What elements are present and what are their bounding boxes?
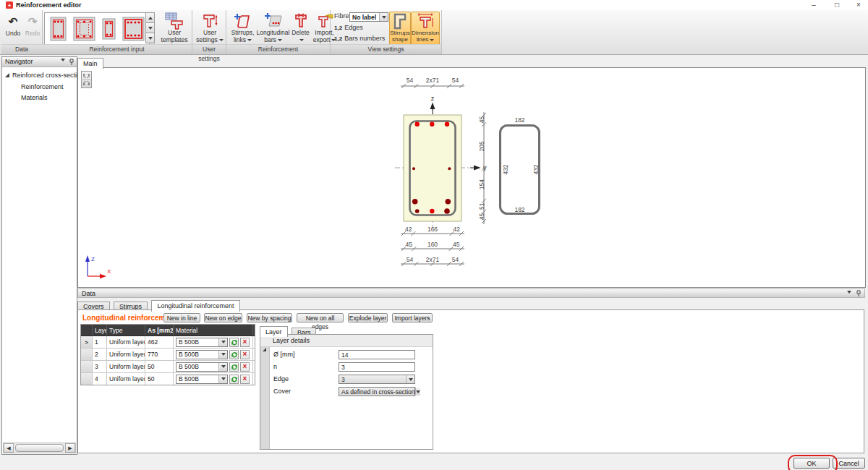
ribbon-group-reinforcement: Stirrups, links Longitudinal bars	[226, 10, 331, 54]
refresh-material-button[interactable]	[229, 362, 239, 372]
table-row[interactable]: 2 Uniform layer 770 B 500B	[81, 349, 255, 361]
navigator-panel: Navigator Reinforced cross-section Reinf…	[1, 56, 77, 455]
table-row[interactable]: 4 Uniform layer 50 B 500B	[81, 373, 255, 385]
cover-select[interactable]: As defined in cross-section	[339, 387, 415, 396]
stirrups-links-icon	[234, 12, 252, 30]
cancel-button[interactable]: Cancel	[833, 458, 865, 469]
template-gallery	[44, 12, 150, 46]
template-thumb-4[interactable]	[122, 16, 145, 42]
material-select[interactable]: B 500B	[176, 362, 228, 372]
stirrup-dim-right: 432	[532, 164, 540, 174]
recycle-icon	[231, 375, 238, 383]
scroll-left-icon[interactable]: ◀	[4, 443, 14, 453]
delete-icon	[292, 12, 310, 30]
dim-label: 42	[454, 226, 461, 233]
fibre-label: Fibre	[334, 12, 349, 20]
delete-layer-button[interactable]: ×	[240, 362, 250, 372]
dim-label: 160	[427, 241, 438, 248]
delete-layer-button[interactable]: ×	[240, 338, 250, 347]
dropdown-arrow-icon	[278, 39, 282, 41]
dim-label: 45	[405, 241, 412, 248]
undo-icon: ↶	[9, 16, 18, 27]
delete-x-icon: ×	[243, 338, 247, 346]
tree-item-reinforcement[interactable]: Reinforcement	[21, 83, 64, 90]
group-label-user-settings: User settings	[192, 44, 226, 54]
material-select[interactable]: B 500B	[176, 338, 228, 347]
ok-button[interactable]: OK	[793, 458, 830, 469]
material-select[interactable]: B 500B	[176, 375, 228, 384]
pin-icon[interactable]	[69, 59, 75, 66]
main-tabstrip: Main	[77, 56, 865, 67]
new-on-all-edges-button[interactable]: New on all edges	[297, 313, 344, 322]
ribbon: ↶ Undo ↷ Redo Data	[0, 10, 868, 55]
edges-toggle[interactable]: 1,2 Edges	[334, 24, 363, 31]
triad-x-label: X	[107, 268, 111, 275]
delete-layer-button[interactable]: ×	[240, 375, 250, 384]
maximize-button[interactable]: □	[827, 0, 846, 9]
template-thumb-1[interactable]	[48, 16, 69, 42]
gallery-down-button[interactable]	[145, 22, 155, 33]
gallery-up-button[interactable]	[145, 12, 155, 23]
bars-numbers-toggle[interactable]: 1,2 Bars numbers	[334, 35, 385, 42]
minimize-button[interactable]: –	[804, 0, 823, 9]
table-row[interactable]: > 1 Uniform layer 462 B 500B	[81, 336, 255, 349]
refresh-material-button[interactable]	[229, 375, 239, 384]
dim-label: 205	[478, 141, 485, 151]
stirrup-dim-left: 432	[502, 164, 509, 174]
tree-item-materials[interactable]: Materials	[21, 94, 48, 101]
scrollbar-thumb[interactable]	[15, 444, 64, 452]
numbers-icon: 1,2	[334, 35, 342, 42]
dim-label: 54	[452, 256, 459, 263]
undo-button[interactable]: ↶ Undo	[3, 12, 23, 46]
bar-count-input[interactable]	[339, 362, 415, 372]
dim-label: 2x71	[426, 77, 440, 84]
edge-select[interactable]: 3	[339, 375, 415, 384]
tab-longitudinal-reinforcement[interactable]: Longitudinal reinforcement	[151, 300, 239, 312]
fibre-select[interactable]: No label	[349, 12, 388, 22]
refresh-material-button[interactable]	[229, 350, 239, 359]
scroll-right-icon[interactable]: ▶	[65, 443, 75, 453]
collapse-icon[interactable]	[263, 338, 266, 350]
table-row[interactable]: 3 Uniform layer 50 B 500B	[81, 361, 255, 373]
new-on-edge-button[interactable]: New on edge	[204, 313, 242, 322]
explode-layer-button[interactable]: Explode layer	[348, 313, 388, 322]
delete-x-icon: ×	[243, 375, 247, 383]
delete-x-icon: ×	[243, 363, 247, 370]
expander-icon[interactable]	[5, 73, 9, 77]
cross-section-drawing: z y 54 2x71 54	[78, 68, 865, 286]
redo-button[interactable]: ↷ Redo	[22, 12, 43, 46]
new-in-line-button[interactable]: New in line	[163, 313, 200, 322]
diameter-input[interactable]	[339, 350, 415, 359]
pin-icon[interactable]	[856, 290, 861, 297]
import-layers-button[interactable]: Import layers	[392, 313, 433, 322]
template-thumb-3[interactable]	[100, 16, 118, 42]
field-cover: Cover As defined in cross-section	[269, 386, 433, 398]
navigator-hscrollbar[interactable]: ◀ ▶	[3, 443, 76, 453]
dim-label: 154	[478, 179, 485, 189]
concrete-section	[404, 115, 461, 221]
recycle-icon	[231, 363, 238, 370]
ribbon-group-view-settings: Fibre No label 1,2 Edges 1,2 Bars number…	[331, 10, 442, 54]
close-button[interactable]: ×	[849, 0, 868, 9]
field-n: n	[269, 362, 433, 373]
tree-item-reinforced-cross-section[interactable]: Reinforced cross-section	[5, 72, 84, 79]
numbers-icon: 1,2	[334, 25, 342, 31]
dropdown-arrow-icon	[299, 39, 304, 41]
material-select[interactable]: B 500B	[176, 350, 228, 359]
template-thumb-2[interactable]	[72, 16, 96, 42]
table-header-row: Layer Type As [mm2] Material	[81, 325, 255, 336]
tab-main[interactable]: Main	[77, 58, 103, 69]
new-by-spacing-button[interactable]: New by spacing	[247, 313, 292, 322]
delete-layer-button[interactable]: ×	[240, 350, 250, 359]
tab-layer[interactable]: Layer	[260, 326, 288, 337]
dim-label: 45	[478, 213, 485, 220]
row-selector[interactable]: >	[81, 336, 93, 348]
delete-x-icon: ×	[243, 351, 247, 358]
refresh-material-button[interactable]	[229, 338, 239, 347]
drawing-canvas[interactable]: z y 54 2x71 54	[77, 67, 866, 288]
group-label-view-settings: View settings	[331, 44, 441, 54]
navigator-dropdown-icon[interactable]	[61, 61, 65, 70]
gallery-expand-button[interactable]	[145, 33, 155, 43]
dropdown-arrow-icon	[219, 39, 224, 41]
dropdown-arrow-icon	[406, 375, 414, 383]
